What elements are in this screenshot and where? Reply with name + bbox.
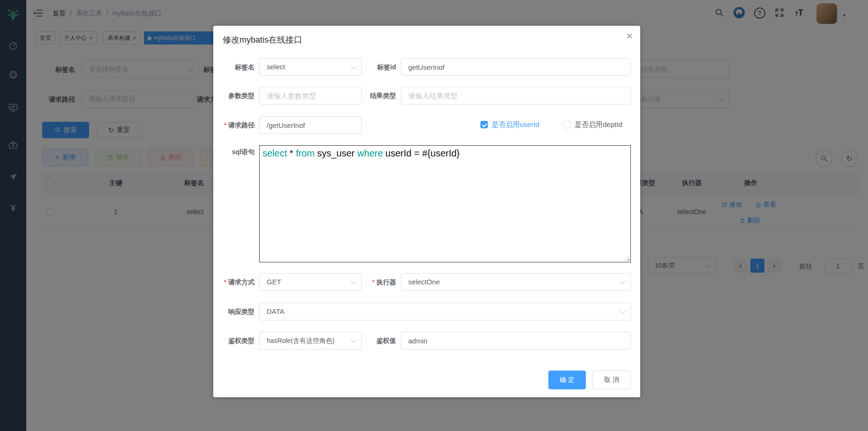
user-id-checkbox-wrap[interactable]: 是否启用userId [480, 120, 539, 129]
executor-select[interactable]: selectOne [401, 273, 631, 291]
executor-label: 执行器 [335, 273, 396, 291]
user-id-checkbox[interactable] [480, 121, 488, 128]
executor-value: selectOne [408, 278, 440, 286]
dept-id-checkbox-label: 是否启用deptId [575, 120, 622, 128]
path-label: 请求路径 [213, 116, 254, 134]
dept-id-checkbox-wrap[interactable]: 是否启用deptId [563, 120, 622, 129]
param-type-label: 参数类型 [213, 87, 254, 104]
auth-value-input[interactable] [401, 332, 631, 349]
confirm-button[interactable]: 确 定 [548, 371, 586, 389]
sql-label: sql语句 [213, 143, 254, 161]
response-type-select[interactable]: DATA [259, 303, 631, 320]
tag-name-label: 标签名 [213, 58, 254, 76]
auth-value-label: 鉴权值 [335, 332, 396, 349]
chevron-down-icon [620, 308, 626, 314]
screen: ⚙ ¥ [0, 0, 868, 431]
response-type-label: 响应类型 [213, 303, 254, 320]
result-type-input[interactable] [401, 87, 631, 104]
dialog-title: 修改mybatis在线接口 [223, 34, 302, 45]
sql-editor[interactable]: select * from sys_user where userId = #{… [259, 145, 631, 262]
method-value: GET [267, 278, 281, 286]
user-id-checkbox-label: 是否启用userId [492, 120, 539, 128]
tag-id-label: 标签id [335, 58, 396, 76]
tag-id-input[interactable] [401, 58, 631, 76]
method-label: 请求方式 [213, 273, 254, 291]
dept-id-checkbox[interactable] [563, 121, 571, 128]
result-type-label: 结果类型 [335, 87, 396, 104]
chevron-down-icon [620, 278, 626, 284]
cancel-button[interactable]: 取 消 [592, 371, 631, 389]
close-icon[interactable]: × [626, 30, 633, 42]
edit-dialog: 修改mybatis在线接口 × 标签名 select 标签id 参数类型 结果类… [213, 26, 640, 397]
path-input[interactable] [259, 116, 362, 134]
auth-type-value: hasRole(含有这些角色) [267, 337, 335, 344]
auth-type-label: 鉴权类型 [213, 332, 254, 349]
tag-name-value: select [267, 63, 285, 71]
response-type-value: DATA [267, 307, 284, 315]
